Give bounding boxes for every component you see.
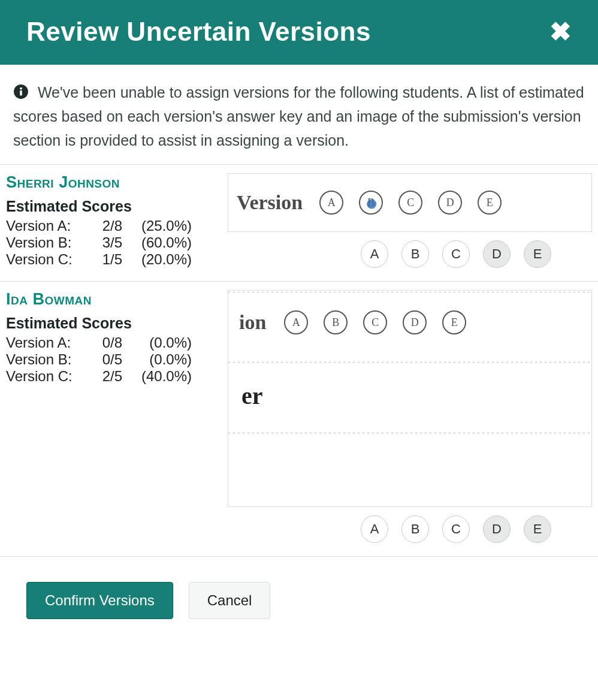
- score-fraction: 2/8: [84, 218, 126, 234]
- student-name: Ida Bowman: [6, 290, 218, 309]
- score-percent: (25.0%): [126, 218, 192, 234]
- scan-bubble: E: [442, 310, 466, 334]
- confirm-versions-button[interactable]: Confirm Versions: [26, 582, 173, 619]
- score-label: Version C:: [6, 251, 84, 268]
- modal-header: Review Uncertain Versions ✖: [0, 0, 598, 65]
- scan-bubbles: A B C D E: [284, 310, 466, 334]
- version-choice[interactable]: C: [442, 515, 470, 543]
- version-choice[interactable]: D: [483, 240, 511, 268]
- score-label: Version B:: [6, 234, 84, 251]
- close-icon[interactable]: ✖: [549, 19, 572, 45]
- version-choice[interactable]: C: [442, 240, 470, 268]
- score-fraction: 2/5: [84, 368, 126, 385]
- version-choice-group: A B C D E: [228, 240, 592, 268]
- version-choice[interactable]: B: [401, 240, 429, 268]
- scan-preview: ion A B C D E er: [228, 290, 592, 507]
- student-block: Ida Bowman Estimated Scores Version A: 0…: [0, 281, 598, 556]
- svg-rect-2: [20, 90, 22, 96]
- version-choice[interactable]: D: [483, 515, 511, 543]
- modal-footer: Confirm Versions Cancel: [0, 556, 598, 642]
- score-row: Version A: 0/8 (0.0%): [6, 334, 218, 351]
- score-fraction: 0/5: [84, 351, 126, 368]
- score-fraction: 0/8: [84, 334, 126, 351]
- scan-bubble: C: [398, 191, 422, 215]
- scan-bubble: C: [363, 310, 387, 334]
- svg-point-1: [20, 88, 22, 90]
- score-percent: (40.0%): [126, 368, 192, 385]
- score-percent: (0.0%): [126, 334, 192, 351]
- scan-stray-text: er: [228, 364, 591, 415]
- score-row: Version A: 2/8 (25.0%): [6, 218, 218, 234]
- score-row: Version C: 2/5 (40.0%): [6, 368, 218, 385]
- scan-bubble: A: [284, 310, 308, 334]
- score-row: Version B: 0/5 (0.0%): [6, 351, 218, 368]
- scan-preview: Version A B C D E: [228, 173, 592, 232]
- modal-title: Review Uncertain Versions: [26, 17, 371, 47]
- score-percent: (60.0%): [126, 234, 192, 251]
- score-percent: (20.0%): [126, 251, 192, 268]
- info-icon: [13, 84, 29, 99]
- score-label: Version B:: [6, 351, 84, 368]
- cancel-button[interactable]: Cancel: [189, 582, 271, 619]
- version-choice[interactable]: A: [361, 515, 388, 543]
- score-row: Version C: 1/5 (20.0%): [6, 251, 218, 268]
- version-choice-group: A B C D E: [228, 515, 592, 543]
- scan-version-label: ion: [239, 311, 266, 334]
- score-fraction: 1/5: [84, 251, 126, 268]
- score-label: Version C:: [6, 368, 84, 385]
- scan-version-label: Version: [237, 191, 303, 214]
- score-row: Version B: 3/5 (60.0%): [6, 234, 218, 251]
- student-block: Sherri Johnson Estimated Scores Version …: [0, 164, 598, 281]
- scan-bubble: E: [478, 191, 502, 215]
- info-banner: We've been unable to assign versions for…: [0, 65, 598, 164]
- scan-bubble: A: [319, 191, 343, 215]
- scan-bubble: B: [359, 191, 383, 215]
- score-label: Version A:: [6, 334, 84, 351]
- estimated-scores-heading: Estimated Scores: [6, 315, 218, 332]
- estimated-scores-heading: Estimated Scores: [6, 198, 218, 215]
- version-choice[interactable]: E: [524, 240, 551, 268]
- scan-bubble: D: [438, 191, 462, 215]
- scan-bubbles: A B C D E: [319, 191, 502, 215]
- version-choice[interactable]: B: [401, 515, 429, 543]
- info-text: We've been unable to assign versions for…: [13, 84, 584, 149]
- student-name: Sherri Johnson: [6, 173, 218, 192]
- scan-bubble: D: [403, 310, 427, 334]
- score-fraction: 3/5: [84, 234, 126, 251]
- score-percent: (0.0%): [126, 351, 192, 368]
- score-label: Version A:: [6, 218, 84, 234]
- version-choice[interactable]: A: [361, 240, 388, 268]
- version-choice[interactable]: E: [524, 515, 551, 543]
- scan-bubble: B: [324, 310, 348, 334]
